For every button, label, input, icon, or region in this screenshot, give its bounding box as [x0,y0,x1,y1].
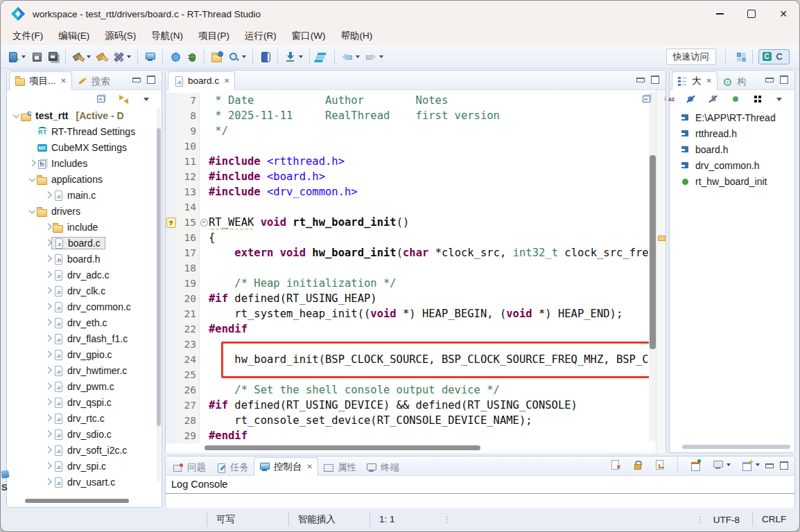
code-line-27[interactable]: 27#if defined(RT_USING_DEVICE) && define… [166,398,648,413]
maximize-view-icon[interactable] [780,76,788,84]
line-number[interactable]: 15 [176,215,199,230]
link-editor-button[interactable] [116,91,132,107]
menu-item-5[interactable]: 项目(P) [191,28,237,44]
tree-item-drv_gpio.c[interactable]: drv_gpio.c [8,346,156,362]
code-line-20[interactable]: 20#if defined(RT_USING_HEAP) [166,291,648,306]
outline-item-E:\APP\RT-Thread[interactable]: E:\APP\RT-Thread [670,109,793,125]
line-number[interactable]: 21 [176,306,199,321]
clear-console-button[interactable] [608,457,623,472]
tree-item-drv_sdio.c[interactable]: drv_sdio.c [8,426,156,442]
tree-item-drv_pwm.c[interactable]: drv_pwm.c [8,378,156,394]
line-number[interactable]: 8 [176,108,199,123]
tree-item-drv_usart.c[interactable]: drv_usart.c [8,474,156,490]
expander-slot[interactable] [44,416,53,420]
tree-item-drv_spi.c[interactable]: drv_spi.c [8,458,156,474]
outline-item-rtthread.h[interactable]: rtthread.h [670,125,793,141]
gutter-annotation[interactable] [166,291,176,306]
dropdown-arrow-icon[interactable] [727,463,731,466]
menu-item-3[interactable]: 源码(S) [97,28,144,44]
line-number[interactable]: 22 [176,321,199,337]
maximize-view-icon[interactable] [780,461,788,470]
tree-item-drv_soft_i2c.c[interactable]: drv_soft_i2c.c [8,442,156,458]
dropdown-arrow-icon[interactable] [756,463,760,466]
code-text[interactable]: extern void hw_board_init(char *clock_sr… [209,245,648,260]
editor-hscrollbar[interactable] [205,445,647,451]
code-line-8[interactable]: 8 * 2025-11-11 RealThread first version [166,108,648,123]
expand-icon[interactable] [45,319,51,326]
code-text[interactable]: { [209,230,648,245]
code-text[interactable]: #include <board.h> [209,169,648,184]
close-tab-icon[interactable]: ✕ [224,77,229,85]
console-tab-属性[interactable]: 属性 [318,459,361,476]
gutter-annotation[interactable] [166,123,176,139]
line-number[interactable]: 17 [176,245,199,260]
expander-slot[interactable] [44,272,53,277]
tree-item-drv_adc.c[interactable]: drv_adc.c [8,267,156,283]
tree-item-drv_common.c[interactable]: drv_common.c [8,299,156,314]
build-button[interactable] [71,49,93,64]
search-button[interactable] [226,49,248,64]
view-menu-button[interactable] [772,91,788,107]
outline-hscrollbar[interactable] [682,445,790,449]
expand-icon[interactable] [45,192,51,198]
tree-item-applications[interactable]: applications [8,171,156,187]
gutter-annotation[interactable] [166,260,176,276]
build-settings-button[interactable] [111,49,133,64]
code-text[interactable]: #include <rtthread.h> [209,154,648,169]
code-text[interactable]: */ [209,123,648,139]
gutter-annotation[interactable] [166,306,176,321]
close-tab-icon[interactable]: ✕ [307,463,313,470]
line-number[interactable]: 12 [176,169,199,184]
expand-icon[interactable] [45,272,51,278]
code-text[interactable]: #endif [209,428,648,443]
project-tab-项目...[interactable]: 项目...✕ [9,71,72,90]
collapse-icon[interactable] [29,206,35,213]
line-number[interactable]: 28 [176,413,199,428]
tree-item-RT-Thread Settings[interactable]: RT-Thread Settings [8,123,156,139]
project-tree-hscrollbar[interactable] [25,499,129,503]
dropdown-arrow-icon[interactable] [242,55,246,58]
close-tab-icon[interactable]: ✕ [60,77,66,85]
console-tab-任务[interactable]: 任务 [211,459,254,476]
forward-arrow-button[interactable] [363,49,385,64]
maximize-view-icon[interactable] [651,76,659,84]
expand-icon[interactable] [45,399,51,405]
menu-item-1[interactable]: 文件(F) [5,28,51,44]
tree-item-drivers[interactable]: drivers [8,203,156,219]
gutter-annotation[interactable] [166,93,176,108]
expander-slot[interactable] [44,256,53,261]
line-number[interactable]: 19 [176,276,199,291]
expander-slot[interactable] [28,161,37,166]
code-line-11[interactable]: 11#include <rtthread.h> [166,154,648,169]
code-line-7[interactable]: 7 * Date Author Notes [166,93,648,108]
tree-item-Includes[interactable]: Includes [8,155,156,171]
expander-slot[interactable] [44,288,53,293]
code-line-13[interactable]: 13#include <drv_common.h> [166,184,648,200]
expand-icon[interactable] [45,383,51,389]
editor-tab-board.c[interactable]: board.c✕ [168,71,235,90]
tree-item-drv_rtc.c[interactable]: drv_rtc.c [8,410,156,426]
line-number[interactable]: 11 [176,154,199,169]
line-number[interactable]: 10 [176,139,199,154]
dropdown-arrow-icon[interactable] [299,55,303,58]
expand-icon[interactable] [45,415,51,421]
pin-console-button[interactable] [688,457,704,472]
line-number[interactable]: 7 [176,93,199,108]
build-active-button[interactable] [94,49,110,64]
outline-item-rt_hw_board_init[interactable]: rt_hw_board_init [670,173,793,189]
minimize-view-icon[interactable] [636,78,645,82]
warning-marker-icon[interactable] [658,236,666,241]
expand-icon[interactable] [45,287,51,294]
tree-item-drv_hwtimer.c[interactable]: drv_hwtimer.c [8,362,156,378]
line-number[interactable]: 24 [176,352,199,367]
close-button[interactable]: ✕ [767,1,799,27]
open-console-button[interactable] [740,457,762,472]
collapse-all-button[interactable] [639,91,654,107]
hide-static-button[interactable] [706,91,721,107]
scroll-lock-button[interactable] [630,457,645,472]
menu-item-8[interactable]: 帮助(H) [333,28,380,44]
custom-filter-button[interactable] [750,91,765,107]
expander-slot[interactable] [44,384,53,389]
expander-slot[interactable] [44,463,53,468]
expander-slot[interactable] [44,400,53,405]
